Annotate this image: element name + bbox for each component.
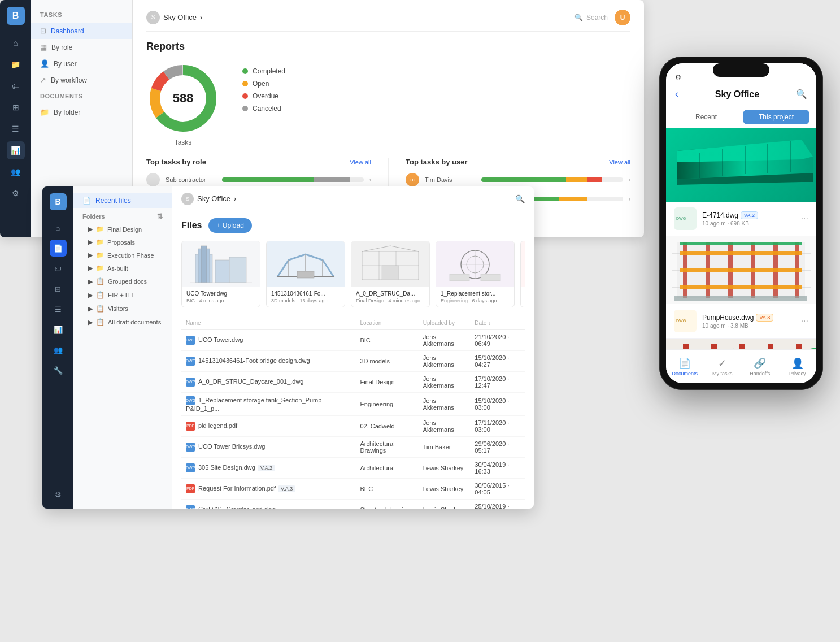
nav-item-by-workflow[interactable]: ↗ By workflow [31, 72, 132, 88]
sidebar-icon-users[interactable]: 👥 [7, 163, 25, 181]
sort-icon[interactable]: ⇅ [157, 212, 163, 220]
more-options-e4714[interactable]: ··· [801, 214, 808, 224]
table-row[interactable]: PDFRequest For Information.pdfV.A.3 BEC … [181, 479, 525, 500]
front-nav-panel: 📄 Recent files Folders ⇅ ▶ 📁 Final Desig… [73, 186, 172, 509]
front-topbar: S Sky Office › 🔍 [172, 186, 534, 211]
front-sidebar-tools[interactable]: 🔧 [50, 362, 67, 379]
svg-rect-59 [680, 242, 802, 245]
svg-rect-22 [382, 266, 399, 280]
phone-frame: ⚙ ‹ Sky Office 🔍 Recent This project [659, 57, 823, 390]
file-date-cell: 17/11/2020 · 03:00 [470, 416, 525, 437]
thumb-struc-daycare[interactable]: A_0_DR_STRUC_Da... Final Design · 4 minu… [351, 241, 430, 307]
file-uploader-cell: Jens Akkermans [419, 393, 471, 416]
thumb-uco-tower[interactable]: UCO Tower.dwg BIC · 4 mins ago [181, 241, 260, 307]
phone-device: ⚙ ‹ Sky Office 🔍 Recent This project [659, 57, 823, 390]
phone-nav-handoffs[interactable]: 🔗 Handoffs [741, 357, 779, 376]
file-uploader-cell: Jens Akkermans [419, 351, 471, 372]
folder-eir-itt[interactable]: ▶ 📋 EIR + ITT [73, 288, 172, 302]
legend-dot-open [242, 81, 248, 86]
donut-wrapper: 588 Tasks [146, 62, 220, 146]
front-sidebar: B ⌂ 📄 🏷 ⊞ ☰ 📊 👥 🔧 ⚙ [42, 186, 73, 509]
front-search-icon[interactable]: 🔍 [515, 194, 525, 203]
file-date-cell: 30/06/2015 · 04:05 [470, 479, 525, 500]
thumb-footbridge[interactable]: 1451310436461-Fo... 3D models · 16 days … [266, 241, 345, 307]
table-row[interactable]: DWG1_Replacement storage tank_Section_Pu… [181, 393, 525, 416]
svg-rect-69 [796, 344, 802, 349]
upload-button[interactable]: + Upload [208, 218, 251, 233]
phone-file-name-e4714: E-4714.dwg VA.2 [702, 211, 795, 219]
front-sidebar-settings[interactable]: ⚙ [50, 486, 67, 503]
folder-visitors[interactable]: ▶ 📋 Visitors [73, 302, 172, 315]
thumb-name-replacement: 1_Replacement stor... [441, 290, 510, 297]
folder-icon-grouped: 📋 [96, 277, 105, 285]
thumb-meta-struc: Final Design · 4 minutes ago [356, 298, 425, 303]
table-row[interactable]: DWGUCO Tower.dwg BIC Jens Akkermans 21/1… [181, 330, 525, 351]
table-row[interactable]: DWG305 Site Design.dwgV.A.2 Architectura… [181, 458, 525, 479]
folder-proposals[interactable]: ▶ 📁 Proposals [73, 236, 172, 249]
phone-nav-privacy[interactable]: 👤 Privacy [779, 357, 817, 376]
table-row[interactable]: PDFpid legend.pdf 02. Cadweld Jens Akker… [181, 416, 525, 437]
phone-tab-recent[interactable]: Recent [673, 110, 739, 124]
table-row[interactable]: DWGA_0_DR_STRUC_Daycare_001_.dwg Final D… [181, 372, 525, 393]
phone-nav-tasks[interactable]: ✓ My tasks [704, 357, 742, 376]
dashboard-icon: ⊡ [40, 27, 46, 35]
front-sidebar-chart[interactable]: 📊 [50, 321, 67, 338]
user-avatar[interactable]: U [615, 10, 630, 25]
thumb-pid[interactable]: pid legend pid-lege... V0 · Trac... [520, 241, 525, 307]
thumb-replacement[interactable]: 1_Replacement stor... Engineering · 6 da… [436, 241, 515, 307]
front-sidebar-tag[interactable]: 🏷 [50, 260, 67, 277]
phone-tab-project[interactable]: This project [743, 110, 809, 124]
table-row[interactable]: DWG1451310436461-Foot bridge design.dwg … [181, 351, 525, 372]
folder-as-built[interactable]: ▶ 📁 As-built [73, 262, 172, 275]
nav-item-by-role[interactable]: ▦ By role [31, 39, 132, 55]
thumb-meta-uco: BIC · 4 mins ago [186, 298, 255, 303]
thumb-info-bridge: 1451310436461-Fo... 3D models · 16 days … [267, 287, 345, 307]
sidebar-icon-list[interactable]: ☰ [7, 120, 25, 138]
svg-line-17 [362, 246, 390, 251]
nav-item-by-folder[interactable]: 📁 By folder [31, 104, 132, 120]
documents-nav-label: Documents [672, 371, 698, 376]
phone-back-btn[interactable]: ‹ [675, 88, 678, 100]
phone-file-info-pumphouse: PumpHouse.dwg VA.3 10 ago m · 3.8 MB [702, 314, 795, 329]
task-bar-row-subcontractor: Sub contractor › [146, 173, 371, 186]
file-uploader-cell: Tim Baker [419, 437, 471, 458]
nav-item-recent-files[interactable]: 📄 Recent files [73, 193, 172, 208]
front-sidebar-users[interactable]: 👥 [50, 341, 67, 358]
folder-all-drafts[interactable]: ▶ 📋 All draft documents [73, 315, 172, 329]
phone-back-icon[interactable]: ⚙ [675, 73, 681, 81]
view-all-role-link[interactable]: View all [350, 159, 371, 166]
folder-final-design[interactable]: ▶ 📁 Final Design [73, 223, 172, 236]
phone-file-e4714[interactable]: DWG E-4714.dwg VA.2 10 ago m · 698 KB ··… [666, 202, 816, 236]
front-sidebar-home[interactable]: ⌂ [50, 219, 67, 236]
sidebar-icon-folder[interactable]: 📁 [7, 55, 25, 73]
phone-search-icon[interactable]: 🔍 [796, 89, 807, 99]
front-sidebar-list[interactable]: ☰ [50, 301, 67, 318]
user-icon: 👤 [40, 59, 49, 68]
more-options-pumphouse[interactable]: ··· [801, 316, 808, 326]
nav-item-by-user[interactable]: 👤 By user [31, 55, 132, 72]
front-sidebar-grid[interactable]: ⊞ [50, 280, 67, 297]
sidebar-icon-home[interactable]: ⌂ [7, 34, 25, 52]
search-area[interactable]: 🔍 Search [574, 14, 608, 21]
folder-execution[interactable]: ▶ 📁 Execution Phase [73, 249, 172, 262]
thumb-img-struc [351, 241, 429, 287]
sidebar-icon-settings[interactable]: ⚙ [7, 184, 25, 202]
folder-grouped-docs[interactable]: ▶ 📋 Grouped docs [73, 275, 172, 288]
front-sidebar-files[interactable]: 📄 [50, 240, 67, 257]
folder-expand-icon: ▶ [88, 225, 93, 233]
view-all-user-link[interactable]: View all [609, 159, 630, 166]
phone-nav-documents[interactable]: 📄 Documents [666, 357, 704, 376]
sidebar-icon-tag[interactable]: 🏷 [7, 77, 25, 95]
nav-item-dashboard[interactable]: ⊡ Dashboard [31, 23, 132, 39]
file-list-table: Name Location Uploaded by Date ↓ DWGUCO … [181, 316, 525, 509]
table-row[interactable]: DWGUCO Tower Bricsys.dwg Architectural D… [181, 437, 525, 458]
sidebar-icon-chart[interactable]: 📊 [7, 141, 25, 159]
file-name-cell: DWGA_0_DR_STRUC_Daycare_001_.dwg [181, 372, 355, 393]
folder-expand-icon-gd: ▶ [88, 278, 93, 285]
role-icon: ▦ [40, 43, 47, 51]
phone-file-pumphouse[interactable]: DWG PumpHouse.dwg VA.3 10 ago m · 3.8 MB… [666, 304, 816, 338]
sidebar-icon-grid[interactable]: ⊞ [7, 98, 25, 116]
table-row[interactable]: DWGCivil V21_Corridor_end.dwg Structural… [181, 500, 525, 509]
handoffs-nav-label: Handoffs [750, 371, 770, 376]
file-date-cell: 15/10/2020 · 04:27 [470, 351, 525, 372]
